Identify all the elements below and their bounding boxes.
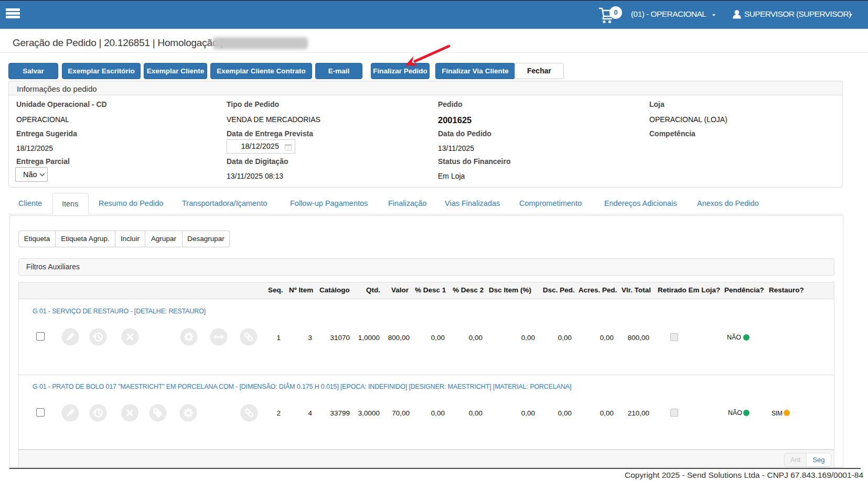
- svg-text:7: 7: [287, 146, 290, 150]
